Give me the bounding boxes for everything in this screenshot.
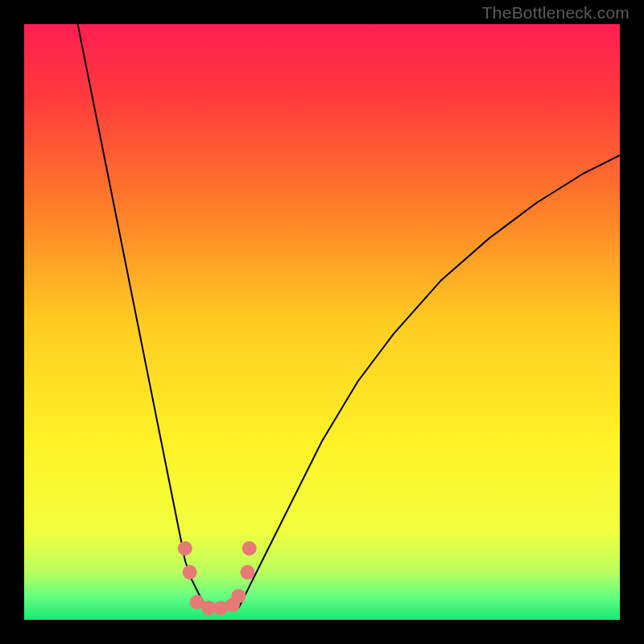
marker-dot [231,588,246,603]
chart-frame: TheBottleneck.com [0,0,644,644]
marker-dot [183,565,197,580]
marker-dot [241,565,255,580]
plot-area [24,24,620,620]
marker-dot [178,541,192,555]
chart-svg [24,24,620,620]
watermark-text: TheBottleneck.com [482,3,630,23]
marker-dot [242,541,257,555]
gradient-background [24,24,620,620]
